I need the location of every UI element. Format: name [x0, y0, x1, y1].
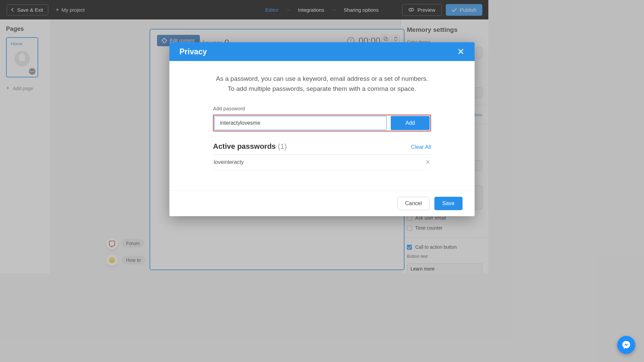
cancel-button[interactable]: Cancel [397, 197, 430, 210]
save-button[interactable]: Save [434, 197, 463, 210]
password-input[interactable] [214, 116, 387, 130]
add-button[interactable]: Add [391, 116, 430, 130]
modal-description: As a password, you can use a keyword, em… [213, 74, 431, 94]
privacy-modal: Privacy ✕ As a password, you can use a k… [169, 42, 475, 216]
add-password-label: Add password [213, 106, 431, 111]
remove-password-button[interactable]: ✕ [425, 159, 430, 166]
modal-title: Privacy [179, 47, 207, 56]
close-button[interactable]: ✕ [457, 47, 465, 57]
active-passwords-heading: Active passwords (1) [213, 142, 287, 151]
clear-all-button[interactable]: Clear All [411, 144, 431, 150]
modal-overlay: Privacy ✕ As a password, you can use a k… [0, 0, 488, 274]
password-item: loveinteracty ✕ [213, 155, 431, 170]
password-value: loveinteracty [214, 159, 244, 165]
password-input-group: Add [213, 115, 431, 131]
